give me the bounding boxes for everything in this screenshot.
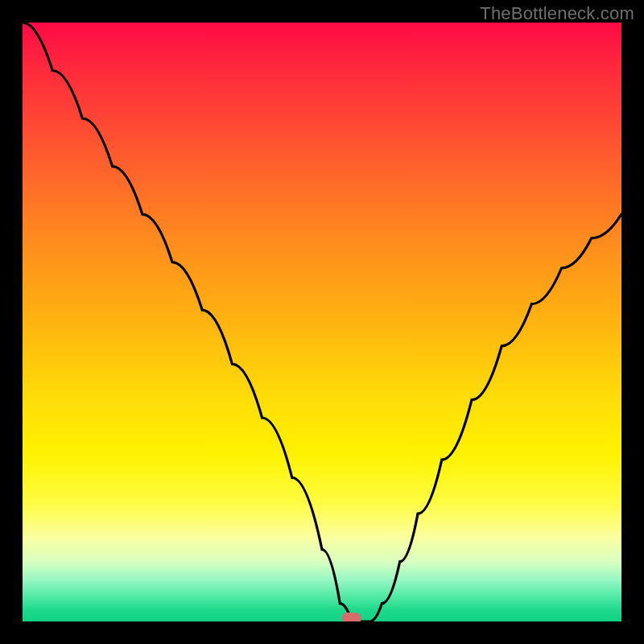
plot-area [23, 23, 621, 621]
bottleneck-curve [23, 23, 621, 621]
watermark-text: TheBottleneck.com [480, 3, 634, 24]
chart-frame: TheBottleneck.com [0, 0, 644, 644]
bottleneck-minimum-marker [342, 613, 361, 621]
